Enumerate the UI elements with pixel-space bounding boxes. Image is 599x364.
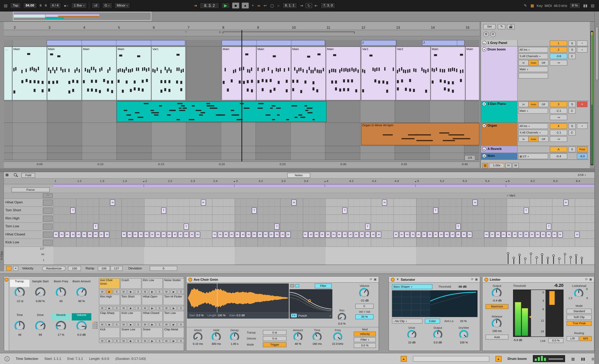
row-play-button[interactable] [43,200,53,206]
pan-field[interactable]: C [355,304,374,309]
note-cell[interactable]: H [308,232,313,238]
note-cell[interactable]: H [393,232,398,238]
amt-lo-value[interactable]: 20 % [457,319,470,323]
lookahead-knob[interactable] [574,289,583,298]
track-header[interactable]: ▾OrganAll Ins⇅All ChannelsInAutoOff4-2.1… [481,123,589,146]
pan-field[interactable]: C [569,108,576,114]
note-cell[interactable]: H [70,232,75,238]
pad-bank-cell[interactable] [95,327,97,329]
note-cell[interactable]: H [427,232,432,238]
randomize-amount-field[interactable]: 100 [68,266,81,271]
note-cell[interactable]: H [88,232,93,238]
routing-chooser[interactable]: All Ins [518,47,548,53]
note-cell[interactable]: H [348,232,353,238]
root-note-menu[interactable]: G [102,2,112,9]
note-cell[interactable]: H [546,232,551,238]
play-button[interactable]: ▶ [221,2,230,9]
pad-play-button[interactable]: ▶ [170,322,177,327]
time-signature-field[interactable]: 4 / 4 [49,2,61,9]
track-name[interactable]: ▸A Reverb [481,146,518,153]
group-clip[interactable]: 2 [361,40,396,46]
note-cell[interactable]: H [495,232,500,238]
collapse-icon[interactable]: ▾ [482,154,486,158]
pad-bank-cell[interactable] [94,323,95,325]
auto-release-button[interactable]: Auto [485,335,509,339]
pad-solo-button[interactable]: S [178,322,184,327]
note-cell[interactable]: H [195,232,200,238]
punch-in-icon[interactable]: ⇥ [299,3,304,8]
macro-label[interactable]: Time [10,313,29,321]
note-cell[interactable]: H [303,232,308,238]
note-cell[interactable]: H [450,232,455,238]
monitor-switch[interactable]: InAutoOff [518,102,548,107]
collapse-icon[interactable]: ▾ [482,47,486,51]
chevron-down-icon[interactable]: ▾ [330,314,331,317]
note-cell[interactable]: H [456,232,461,238]
macro-label[interactable]: Transp. [10,280,29,287]
threshold-value[interactable]: -50 dB [455,285,470,288]
bar-number[interactable]: 12 [361,25,365,29]
note-cell[interactable]: H [371,232,376,238]
pad-solo-button[interactable]: S [156,339,163,343]
maximize-button[interactable]: Maximize [485,304,509,309]
pad-play-button[interactable]: ▶ [170,306,177,310]
note-cell[interactable]: H [280,232,285,238]
lookahead-value[interactable]: 3 [584,287,590,291]
track-number[interactable]: 4 [550,123,567,129]
macro-value[interactable]: 60 % [71,299,92,303]
arrangement-position-field[interactable]: 8. 3. 2 [200,2,219,9]
scrollbar-handle[interactable] [596,27,599,80]
clip-mode-menu[interactable]: ● No Clip [392,319,423,323]
arm-button[interactable]: ● [577,47,588,53]
pad-mute-button[interactable]: M [99,322,105,327]
pad-bank-cell[interactable] [97,327,98,329]
routing-lr-button[interactable]: L/R [566,336,579,341]
color-button[interactable]: Color [425,319,440,323]
loop-length-field[interactable]: 7. 3. 0 [320,2,335,9]
decay-knob[interactable] [230,332,239,341]
stop-button[interactable]: ■ [232,2,239,9]
pad-bank-cell[interactable] [97,322,98,323]
velocity-marker[interactable] [581,257,583,259]
pad-bank-cell[interactable] [94,325,95,327]
lane-chooser-icon[interactable]: ▾ [13,266,18,271]
track-volume-field[interactable]: -2.1 [550,130,567,135]
release-knob[interactable] [492,319,502,328]
pad-play-button[interactable]: ▶ [106,339,113,343]
drum-clip[interactable]: … [4,46,12,100]
note-cell[interactable]: H [399,232,404,238]
filter-freq-knob[interactable] [333,332,342,341]
pad-solo-button[interactable]: S [156,290,163,294]
velocity-marker[interactable] [541,253,544,256]
pad-bank-cell[interactable] [93,322,94,323]
note-cell[interactable]: H [286,232,291,238]
macro-knob[interactable] [56,287,66,297]
macro-label[interactable]: Sample Start [30,280,50,287]
hot-swap-icon[interactable]: ⟳ [370,278,372,281]
output-value[interactable]: -0.4 dB [485,299,509,302]
insert-marker-icon[interactable]: ▽ [185,30,187,34]
routing-chooser[interactable]: Main [518,67,548,72]
res-knob[interactable] [338,313,346,321]
note-cell[interactable]: T [343,208,347,214]
soft-clip-button[interactable]: Soft Clip [566,315,592,320]
fx-amount-knob[interactable] [293,332,302,341]
vel-vol-field[interactable]: 35 % [355,314,374,319]
pad-solo-button[interactable]: S [178,306,184,310]
pad-play-button[interactable]: ▶ [149,322,156,327]
bar-number[interactable]: 9 [257,25,259,29]
release-value[interactable]: 100 ms [485,329,509,332]
bar-number[interactable]: 13 [396,25,400,29]
pad-mute-button[interactable]: M [120,322,127,327]
drum-clip[interactable]: Var1 [361,46,396,100]
meter-display-icon[interactable]: ▥ [483,163,488,168]
decay-value[interactable]: 1.00 s [225,342,244,346]
drum-pad[interactable]: Kick LowM▶S [120,311,141,327]
routing-ms-button[interactable]: M/S [580,336,592,341]
note-cell[interactable]: H [127,232,132,238]
monitor-option[interactable]: Auto [528,102,538,107]
note-cell[interactable]: H [501,232,506,238]
note-cell[interactable]: H [223,232,228,238]
playhead[interactable] [241,30,242,161]
drum-clip[interactable]: Main [116,46,151,100]
